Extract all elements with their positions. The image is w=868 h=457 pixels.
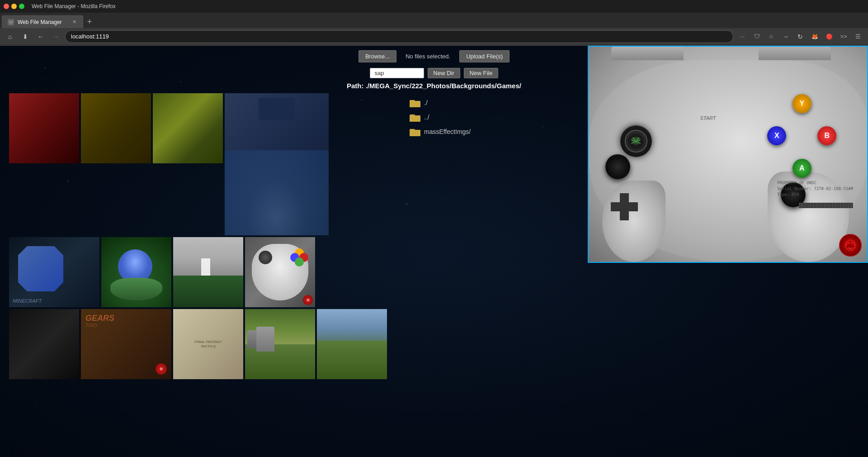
thumbnail-3[interactable]	[153, 93, 223, 163]
svg-point-5	[851, 242, 853, 244]
folder-icon-parent	[410, 113, 420, 122]
thumbnail-4-tall[interactable]	[225, 93, 329, 235]
shield-icon: 🛡	[750, 30, 763, 43]
thumbnail-anime[interactable]	[317, 309, 387, 379]
folder-list: ./ ../ massEffectImgs/	[396, 93, 500, 379]
tab-favicon: W	[8, 19, 14, 25]
download-button[interactable]: ⬇	[19, 30, 32, 43]
upload-button[interactable]: Upload File(s)	[459, 50, 509, 62]
nav-bar: ⌂ ⬇ ← → ··· 🛡 ☆ → ↻ 🦊 🔴 >> ☰	[0, 28, 868, 45]
new-dir-button[interactable]: New Dir	[428, 68, 460, 78]
menu-button[interactable]: ···	[736, 30, 749, 43]
tab-bar: W Web File Manager ✕ +	[0, 13, 868, 28]
gears-badge: ⚙	[303, 295, 313, 305]
mass-effect-badge	[839, 234, 862, 257]
controller-image: START Y B X A PROPERTY OF UNSC Serial Nu…	[589, 47, 867, 262]
thumbnail-controller[interactable]: ⚙	[245, 237, 315, 307]
thumbnails-grid: MINECRAFT	[5, 93, 387, 379]
tab-label: Web File Manager	[18, 19, 62, 25]
nav-extras: ··· 🛡 ☆ → ↻ 🦊 🔴 >> ☰	[736, 30, 864, 43]
grid-row-1	[9, 93, 387, 235]
folder-icon-current	[410, 98, 420, 107]
refresh-button[interactable]: ↻	[794, 30, 807, 43]
path-prefix: Path:	[347, 82, 364, 90]
addon-icon[interactable]: 🔴	[823, 30, 835, 43]
svg-point-4	[848, 242, 850, 244]
preview-panel: − □ X	[588, 46, 868, 263]
barcode	[799, 203, 853, 208]
grid-row-3: GEARS TWO ⚙ FINAL FANTASYTACTICS	[9, 309, 387, 379]
thumbnail-whitefall[interactable]	[173, 237, 243, 307]
back-button[interactable]: ←	[34, 30, 47, 43]
page-content: Browse... No files selected. Upload File…	[0, 46, 868, 457]
path-input[interactable]	[370, 68, 424, 78]
a-button[interactable]: A	[793, 159, 811, 178]
xbox-logo	[625, 130, 647, 152]
thumbnail-rocks[interactable]	[245, 309, 315, 379]
traffic-lights	[4, 4, 24, 9]
forward-nav-button[interactable]: →	[779, 30, 792, 43]
forward-button[interactable]: →	[50, 30, 62, 43]
path-value: ./MEGA_Sync/222_Photos/Backgrounds/Games…	[364, 82, 521, 90]
dpad[interactable]	[611, 193, 638, 220]
no-files-label: No files selected.	[401, 51, 455, 62]
property-label: PROPERTY OF UNSC Serial Number: 7270-02-…	[777, 180, 853, 197]
address-bar[interactable]	[65, 30, 733, 43]
new-tab-button[interactable]: +	[83, 15, 96, 28]
thumbnail-ff[interactable]: FINAL FANTASYTACTICS	[173, 309, 243, 379]
browse-button[interactable]: Browse...	[359, 50, 396, 62]
folder-label-masseffect: massEffectImgs/	[424, 128, 471, 135]
y-button[interactable]: Y	[793, 94, 811, 113]
new-file-button[interactable]: New File	[464, 68, 499, 78]
browser-chrome: Web File Manager - Mozilla Firefox W Web…	[0, 0, 868, 46]
thumbnail-minecraft-block[interactable]: MINECRAFT	[9, 237, 99, 307]
minimize-button[interactable]	[11, 4, 17, 9]
tab-close-button[interactable]: ✕	[71, 19, 77, 25]
maximize-button[interactable]	[19, 4, 24, 9]
thumbnail-dark-empty[interactable]	[9, 309, 79, 379]
close-button[interactable]	[4, 4, 9, 9]
xbox-button	[620, 125, 652, 157]
title-bar: Web File Manager - Mozilla Firefox	[0, 0, 868, 13]
folder-label-parent: ../	[424, 114, 429, 121]
overflow-button[interactable]: >>	[837, 30, 850, 43]
folder-label-current: ./	[424, 99, 428, 106]
start-label: START	[700, 115, 716, 121]
home-button[interactable]: ⌂	[4, 30, 16, 43]
thumbnail-1[interactable]	[9, 93, 79, 163]
window-title: Web File Manager - Mozilla Firefox	[32, 3, 116, 10]
thumbnail-gears[interactable]: GEARS TWO ⚙	[81, 309, 171, 379]
thumbnail-mc-world[interactable]	[101, 237, 171, 307]
thumbnail-2[interactable]	[81, 93, 151, 163]
folder-item-current[interactable]: ./	[410, 95, 500, 110]
hamburger-menu[interactable]: ☰	[852, 30, 864, 43]
folder-item-parent[interactable]: ../	[410, 110, 500, 124]
star-button[interactable]: ☆	[765, 30, 778, 43]
grid-row-2: MINECRAFT	[9, 237, 387, 307]
extension-icon[interactable]: 🦊	[808, 30, 821, 43]
active-tab[interactable]: W Web File Manager ✕	[2, 15, 83, 28]
minecraft-label: MINECRAFT	[13, 298, 42, 304]
folder-icon-masseffect	[410, 127, 420, 136]
svg-point-3	[848, 241, 853, 247]
left-analog-stick[interactable]	[605, 154, 630, 179]
folder-item-masseffect[interactable]: massEffectImgs/	[410, 124, 500, 139]
